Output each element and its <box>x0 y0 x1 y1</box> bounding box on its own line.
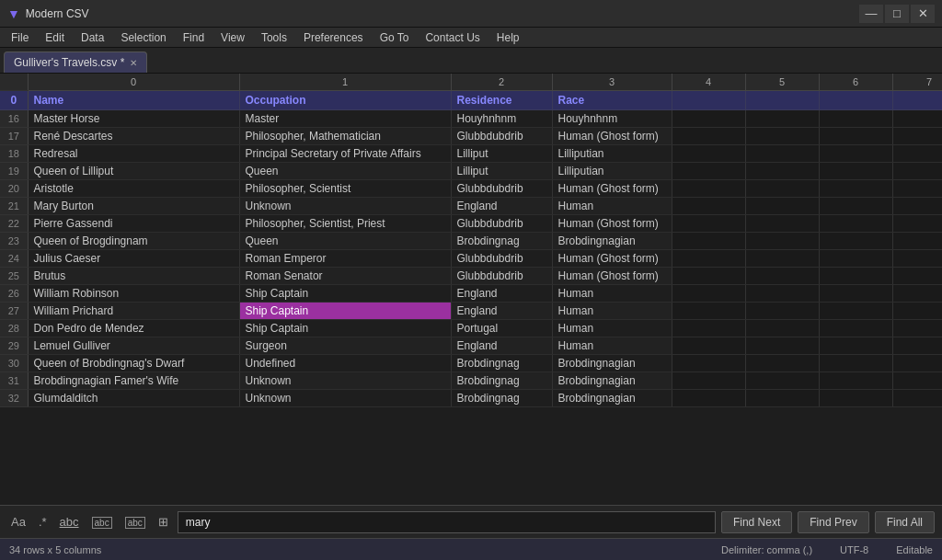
table-cell[interactable]: Master Horse <box>28 110 239 128</box>
table-cell[interactable] <box>892 198 942 215</box>
table-cell[interactable]: Lilliputian <box>552 145 672 163</box>
table-cell[interactable]: Unknown <box>239 390 451 407</box>
table-cell[interactable] <box>745 303 819 320</box>
table-cell[interactable] <box>672 250 745 268</box>
table-cell[interactable] <box>745 145 819 163</box>
find-prev-button[interactable]: Find Prev <box>798 511 868 533</box>
table-cell[interactable]: Human <box>552 285 672 303</box>
menu-item-find[interactable]: Find <box>176 29 212 46</box>
table-cell[interactable] <box>672 110 745 128</box>
table-cell[interactable] <box>819 128 892 145</box>
table-cell[interactable] <box>892 233 942 250</box>
close-button[interactable]: ✕ <box>911 5 935 23</box>
table-cell[interactable] <box>819 268 892 285</box>
table-cell[interactable]: Philosopher, Scientist <box>239 180 451 198</box>
table-cell[interactable]: Human <box>552 320 672 337</box>
table-cell[interactable] <box>745 198 819 215</box>
table-cell[interactable] <box>745 355 819 372</box>
table-cell[interactable] <box>745 163 819 180</box>
table-cell[interactable] <box>819 372 892 390</box>
table-cell[interactable]: Brobdingnag <box>451 372 552 390</box>
table-cell[interactable]: Queen of Lilliput <box>28 163 239 180</box>
table-cell[interactable] <box>672 320 745 337</box>
table-cell[interactable] <box>672 180 745 198</box>
table-cell[interactable]: Queen <box>239 233 451 250</box>
table-cell[interactable] <box>819 303 892 320</box>
table-cell[interactable]: Lilliput <box>451 163 552 180</box>
find-next-button[interactable]: Find Next <box>721 511 792 533</box>
table-cell[interactable]: Lemuel Gulliver <box>28 337 239 355</box>
table-cell[interactable]: Brobdingnagian <box>552 233 672 250</box>
table-cell[interactable]: Queen of Brogdingnam <box>28 233 239 250</box>
table-cell[interactable]: Ship Captain <box>239 320 451 337</box>
table-cell[interactable] <box>819 355 892 372</box>
table-cell[interactable] <box>819 285 892 303</box>
table-cell[interactable] <box>745 372 819 390</box>
table-cell[interactable] <box>819 215 892 233</box>
table-cell[interactable] <box>892 250 942 268</box>
table-cell[interactable] <box>892 163 942 180</box>
menu-item-contact-us[interactable]: Contact Us <box>418 29 487 46</box>
table-cell[interactable]: Glubbdubdrib <box>451 250 552 268</box>
table-cell[interactable] <box>672 303 745 320</box>
table-cell[interactable] <box>745 320 819 337</box>
table-cell[interactable]: Brutus <box>28 268 239 285</box>
table-cell[interactable] <box>745 268 819 285</box>
menu-item-go-to[interactable]: Go To <box>373 29 417 46</box>
table-cell[interactable] <box>672 355 745 372</box>
table-cell[interactable] <box>819 250 892 268</box>
table-cell[interactable] <box>819 198 892 215</box>
table-cell[interactable]: Glubbdubdrib <box>451 268 552 285</box>
table-cell[interactable] <box>745 285 819 303</box>
table-cell[interactable] <box>892 268 942 285</box>
table-cell[interactable]: Human <box>552 303 672 320</box>
case-sensitive-toggle[interactable]: Aa <box>7 513 29 531</box>
table-cell[interactable] <box>819 233 892 250</box>
menu-item-selection[interactable]: Selection <box>113 29 173 46</box>
menu-item-help[interactable]: Help <box>489 29 527 46</box>
table-cell[interactable] <box>819 337 892 355</box>
table-cell[interactable]: England <box>451 285 552 303</box>
table-cell[interactable] <box>672 390 745 407</box>
table-cell[interactable]: Human (Ghost form) <box>552 128 672 145</box>
table-cell[interactable]: Ship Captain <box>239 285 451 303</box>
table-cell[interactable]: Mary Burton <box>28 198 239 215</box>
table-cell[interactable] <box>672 163 745 180</box>
table-cell[interactable]: Brobdingnagian <box>552 355 672 372</box>
table-cell[interactable]: Roman Senator <box>239 268 451 285</box>
table-cell[interactable]: Unknown <box>239 198 451 215</box>
table-cell[interactable]: Principal Secretary of Private Affairs <box>239 145 451 163</box>
table-cell[interactable]: Human (Ghost form) <box>552 250 672 268</box>
col-header-4[interactable]: 4 <box>672 74 745 91</box>
table-cell[interactable]: Lilliputian <box>552 163 672 180</box>
menu-item-preferences[interactable]: Preferences <box>296 29 371 46</box>
table-cell[interactable] <box>745 110 819 128</box>
whole-word-toggle[interactable]: abc <box>56 513 83 531</box>
table-cell[interactable] <box>892 110 942 128</box>
tab-close-icon[interactable]: ✕ <box>130 58 137 68</box>
table-cell[interactable]: Pierre Gassendi <box>28 215 239 233</box>
table-cell[interactable]: Brobdingnag <box>451 390 552 407</box>
table-cell[interactable]: Glubbdubdrib <box>451 215 552 233</box>
table-cell[interactable] <box>819 110 892 128</box>
table-cell[interactable]: Portugal <box>451 320 552 337</box>
table-cell[interactable] <box>672 198 745 215</box>
table-cell[interactable]: Glumdalditch <box>28 390 239 407</box>
table-cell[interactable]: Surgeon <box>239 337 451 355</box>
table-cell[interactable]: Undefined <box>239 355 451 372</box>
col-header-0[interactable]: 0 <box>28 74 239 91</box>
table-cell[interactable]: Queen <box>239 163 451 180</box>
table-cell[interactable] <box>745 128 819 145</box>
table-cell[interactable] <box>672 233 745 250</box>
table-cell[interactable] <box>892 355 942 372</box>
col-header-3[interactable]: 3 <box>552 74 672 91</box>
table-cell[interactable]: Glubbdubdrib <box>451 128 552 145</box>
table-cell[interactable] <box>892 145 942 163</box>
contains-toggle[interactable]: abc <box>88 513 116 531</box>
table-cell[interactable]: Human <box>552 337 672 355</box>
table-cell[interactable] <box>745 215 819 233</box>
table-cell[interactable]: Master <box>239 110 451 128</box>
table-cell[interactable]: Lilliput <box>451 145 552 163</box>
table-cell[interactable]: William Robinson <box>28 285 239 303</box>
table-cell[interactable] <box>892 320 942 337</box>
